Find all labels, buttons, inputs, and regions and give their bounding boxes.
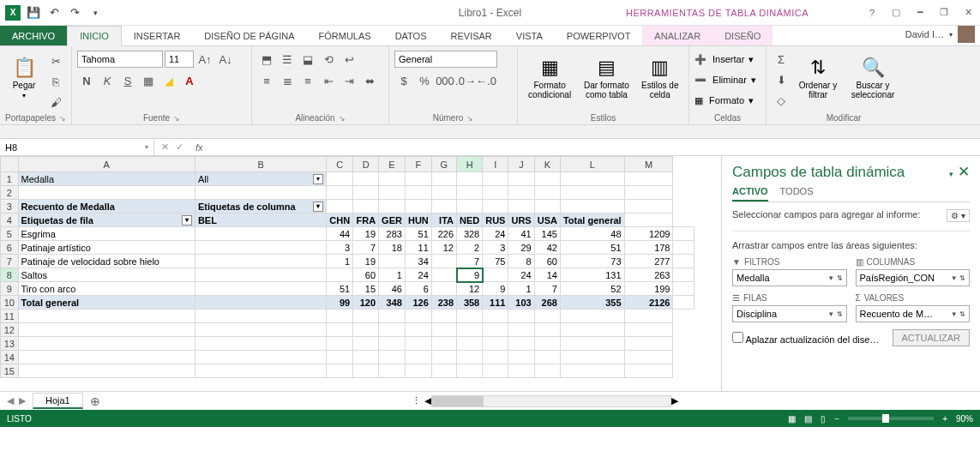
col-header-I[interactable]: I bbox=[483, 157, 508, 172]
row-header-6[interactable]: 6 bbox=[1, 241, 19, 255]
row-header-12[interactable]: 12 bbox=[1, 323, 19, 337]
percent-icon[interactable]: % bbox=[415, 71, 434, 90]
orientation-icon[interactable]: ⟲ bbox=[319, 50, 338, 69]
col-header-G[interactable]: G bbox=[431, 157, 456, 172]
accounting-icon[interactable]: $ bbox=[394, 71, 413, 90]
col-header-K[interactable]: K bbox=[534, 157, 560, 172]
tab-inicio[interactable]: INICIO bbox=[67, 26, 122, 46]
accept-formula-icon[interactable]: ✓ bbox=[176, 141, 183, 153]
col-header-B[interactable]: B bbox=[195, 157, 326, 172]
row-header-15[interactable]: 15 bbox=[1, 364, 19, 378]
clear-icon[interactable]: ◇ bbox=[772, 91, 791, 110]
row-header-8[interactable]: 8 bbox=[1, 268, 19, 282]
close-pane-icon[interactable]: ✕ bbox=[958, 164, 970, 180]
avatar[interactable] bbox=[958, 26, 975, 43]
qat-customize-icon[interactable]: ▾ bbox=[87, 5, 103, 21]
zoom-level[interactable]: 90% bbox=[956, 414, 973, 424]
paste-button[interactable]: 📋 Pegar ▾ bbox=[5, 50, 43, 106]
filter-dropdown-icon[interactable]: ▾ bbox=[313, 174, 323, 184]
col-header-J[interactable]: J bbox=[508, 157, 534, 172]
view-layout-icon[interactable]: ▤ bbox=[804, 414, 812, 424]
zoom-out-icon[interactable]: − bbox=[834, 414, 839, 424]
zoom-in-icon[interactable]: + bbox=[942, 414, 947, 424]
copy-icon[interactable]: ⎘ bbox=[46, 72, 65, 91]
row-filter-dropdown-icon[interactable]: ▾ bbox=[182, 215, 192, 226]
next-sheet-icon[interactable]: ▶ bbox=[19, 395, 26, 406]
row-header-7[interactable]: 7 bbox=[1, 255, 19, 268]
tab-diseno[interactable]: DISEÑO bbox=[712, 26, 773, 45]
find-select-button[interactable]: 🔍Buscar y seleccionar bbox=[845, 50, 900, 106]
spreadsheet-grid[interactable]: ABCDEFGHIJKLM1MedallaAll▾23Recuento de M… bbox=[0, 156, 694, 378]
font-color-icon[interactable]: A bbox=[180, 71, 199, 90]
increase-decimal-icon[interactable]: .0→ bbox=[456, 71, 475, 90]
undo-icon[interactable]: ↶ bbox=[46, 5, 62, 21]
col-header-L[interactable]: L bbox=[560, 157, 624, 172]
delete-cells-button[interactable]: ➖ Eliminar ▾ bbox=[694, 70, 756, 89]
thousands-icon[interactable]: 000 bbox=[436, 71, 454, 90]
dialog-launcher-icon[interactable]: ↘ bbox=[56, 114, 66, 123]
align-middle-icon[interactable]: ☰ bbox=[278, 50, 297, 69]
tab-archivo[interactable]: ARCHIVO bbox=[0, 26, 67, 45]
formula-bar[interactable] bbox=[208, 139, 980, 156]
col-header-F[interactable]: F bbox=[405, 157, 431, 172]
tab-analizar[interactable]: ANALIZAR bbox=[642, 26, 712, 45]
row-header-4[interactable]: 4 bbox=[1, 213, 19, 227]
conditional-format-button[interactable]: ▦Formato condicional bbox=[523, 50, 576, 106]
dialog-launcher-icon[interactable]: ↘ bbox=[170, 114, 180, 123]
align-center-icon[interactable]: ≣ bbox=[278, 71, 297, 90]
col-filter-dropdown-icon[interactable]: ▾ bbox=[313, 201, 323, 212]
font-name-input[interactable] bbox=[77, 51, 163, 68]
merge-icon[interactable]: ⬌ bbox=[360, 71, 379, 90]
scroll-left-icon[interactable]: ◀ bbox=[424, 395, 431, 406]
redo-icon[interactable]: ↷ bbox=[67, 5, 82, 21]
horizontal-scrollbar[interactable] bbox=[431, 395, 671, 407]
number-format-input[interactable] bbox=[394, 51, 497, 68]
col-header-E[interactable]: E bbox=[379, 157, 406, 172]
tab-insertar[interactable]: INSERTAR bbox=[122, 26, 193, 45]
rows-area-item[interactable]: Disciplina▼ ⇅ bbox=[732, 305, 847, 322]
defer-update-checkbox[interactable]: Aplazar actualización del dise… bbox=[732, 332, 879, 345]
bold-icon[interactable]: N bbox=[77, 71, 96, 90]
align-top-icon[interactable]: ⬒ bbox=[257, 50, 276, 69]
row-header-11[interactable]: 11 bbox=[1, 310, 19, 323]
row-header-10[interactable]: 10 bbox=[1, 296, 19, 310]
prev-sheet-icon[interactable]: ◀ bbox=[7, 395, 14, 406]
insert-cells-button[interactable]: ➕ Insertar ▾ bbox=[694, 50, 756, 69]
increase-font-icon[interactable]: A↑ bbox=[195, 50, 214, 69]
col-header-M[interactable]: M bbox=[624, 157, 673, 172]
cell-styles-button[interactable]: ▥Estilos de celda bbox=[637, 50, 683, 106]
sort-filter-button[interactable]: ⇅Ordenar y filtrar bbox=[794, 50, 842, 106]
view-pagebreak-icon[interactable]: ▯ bbox=[821, 414, 826, 424]
format-cells-button[interactable]: ▦ Formato ▾ bbox=[694, 91, 756, 110]
cancel-formula-icon[interactable]: ✕ bbox=[161, 141, 169, 153]
fields-tab-todos[interactable]: TODOS bbox=[780, 186, 814, 201]
row-header-1[interactable]: 1 bbox=[1, 172, 19, 186]
row-header-2[interactable]: 2 bbox=[1, 186, 19, 200]
format-painter-icon[interactable]: 🖌 bbox=[46, 93, 65, 111]
col-header-D[interactable]: D bbox=[353, 157, 379, 172]
col-header-A[interactable]: A bbox=[18, 157, 195, 172]
row-header-14[interactable]: 14 bbox=[1, 351, 19, 364]
fill-icon[interactable]: ⬇ bbox=[772, 70, 791, 89]
decrease-decimal-icon[interactable]: ←.0 bbox=[477, 71, 496, 90]
fill-color-icon[interactable]: ◢ bbox=[159, 71, 178, 90]
font-size-input[interactable] bbox=[165, 51, 194, 68]
italic-icon[interactable]: K bbox=[98, 71, 117, 90]
sheet-tab-hoja1[interactable]: Hoja1 bbox=[33, 393, 83, 409]
decrease-indent-icon[interactable]: ⇤ bbox=[319, 71, 338, 90]
col-header-H[interactable]: H bbox=[457, 157, 483, 172]
row-header-3[interactable]: 3 bbox=[1, 200, 19, 213]
help-icon[interactable]: ? bbox=[860, 3, 884, 23]
filter-area-item[interactable]: Medalla▼ ⇅ bbox=[732, 269, 847, 286]
gear-icon[interactable]: ⚙ ▾ bbox=[947, 209, 970, 222]
fields-tab-activo[interactable]: ACTIVO bbox=[732, 186, 768, 201]
ribbon-options-icon[interactable]: ▢ bbox=[884, 3, 908, 23]
align-bottom-icon[interactable]: ⬓ bbox=[298, 50, 317, 69]
fx-icon[interactable]: fx bbox=[190, 142, 208, 153]
scroll-right-icon[interactable]: ▶ bbox=[671, 395, 678, 406]
dialog-launcher-icon[interactable]: ↘ bbox=[335, 114, 346, 123]
restore-icon[interactable]: ❐ bbox=[932, 3, 956, 23]
align-right-icon[interactable]: ≡ bbox=[298, 71, 317, 90]
tab-datos[interactable]: DATOS bbox=[383, 26, 439, 45]
values-area-item[interactable]: Recuento de M…▼ ⇅ bbox=[856, 305, 971, 322]
